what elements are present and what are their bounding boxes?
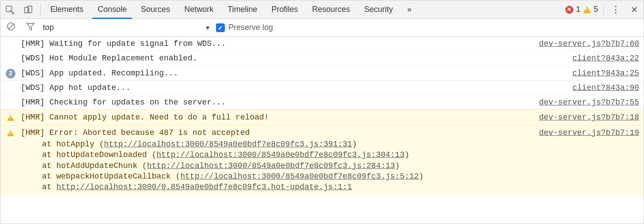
filter-icon[interactable]: [23, 22, 38, 34]
divider: [40, 4, 41, 15]
source-link[interactable]: dev-server.js?b7b7:55: [530, 97, 639, 108]
log-message: [HMR] Cannot apply update. Need to do a …: [21, 112, 530, 123]
tab-security[interactable]: Security: [357, 0, 400, 19]
log-message: [WDS] App updated. Recompiling...: [21, 68, 564, 78]
status-counters[interactable]: ✕ 1 5: [563, 5, 601, 14]
tab-sources[interactable]: Sources: [134, 0, 177, 19]
stack-frame-link[interactable]: http://localhost:3000/0.8549a0e0bdf7e8c0…: [56, 183, 352, 191]
console-row: [HMR] Error: Aborted because 487 is not …: [0, 125, 644, 195]
warning-icon: [583, 6, 591, 13]
stack-frame-link[interactable]: http://localhost:3000/8549a0e0bdf7e8c09f…: [147, 161, 395, 170]
overflow-icon: »: [407, 5, 412, 14]
source-link[interactable]: dev-server.js?b7b7:60: [530, 38, 639, 49]
console-row: 2[WDS] App updated. Recompiling...client…: [0, 66, 644, 81]
tab-network[interactable]: Network: [177, 0, 220, 19]
context-value: top: [43, 23, 54, 32]
row-gutter: 2: [0, 68, 21, 78]
devtools-window: Elements Console Sources Network Timelin…: [0, 0, 644, 224]
devtools-menu-icon[interactable]: ⋮: [606, 0, 625, 19]
console-row: [HMR] Cannot apply update. Need to do a …: [0, 110, 644, 125]
device-toolbar-icon[interactable]: [19, 0, 38, 19]
stack-frame-link[interactable]: http://localhost:3000/8549a0e0bdf7e8c09f…: [180, 172, 419, 181]
console-log[interactable]: [HMR] Waiting for update signal from WDS…: [0, 37, 644, 224]
row-gutter: [0, 127, 21, 136]
log-message: [HMR] Checking for updates on the server…: [21, 97, 530, 108]
tab-timeline[interactable]: Timeline: [220, 0, 264, 19]
tab-label: Timeline: [227, 5, 257, 14]
tab-profiles[interactable]: Profiles: [265, 0, 305, 19]
error-icon: ✕: [565, 6, 573, 14]
tab-label: Network: [184, 5, 213, 14]
stack-frame: at hotApply (http://localhost:3000/8549a…: [42, 139, 530, 149]
tab-label: Elements: [50, 5, 83, 14]
source-link[interactable]: dev-server.js?b7b7:19: [530, 127, 639, 138]
devtools-tabbar: Elements Console Sources Network Timelin…: [0, 0, 644, 19]
close-icon[interactable]: ✕: [625, 0, 644, 19]
row-gutter: [0, 97, 21, 98]
stack-frame-link[interactable]: http://localhost:3000/8549a0e0bdf7e8c09f…: [156, 150, 405, 159]
chevron-down-icon: ▼: [205, 24, 211, 31]
inspect-element-icon[interactable]: [0, 0, 19, 19]
divider: [603, 4, 604, 15]
preserve-log-toggle[interactable]: ✓ Preserve log: [216, 23, 273, 32]
stack-trace: at hotApply (http://localhost:3000/8549a…: [21, 139, 530, 192]
tab-console[interactable]: Console: [91, 0, 134, 19]
tab-label: Sources: [141, 5, 170, 14]
row-gutter: [0, 53, 21, 54]
panel-tabs: Elements Console Sources Network Timelin…: [43, 0, 419, 19]
row-gutter: [0, 112, 21, 121]
source-link[interactable]: client?843a:90: [564, 82, 639, 93]
log-message: [WDS] Hot Module Replacement enabled.: [21, 53, 564, 63]
tab-resources[interactable]: Resources: [305, 0, 357, 19]
checkbox-checked-icon: ✓: [216, 23, 225, 32]
console-toolbar: top ▼ ✓ Preserve log: [0, 19, 644, 37]
warning-icon: [7, 115, 14, 121]
stack-frame: at http://localhost:3000/0.8549a0e0bdf7e…: [42, 182, 530, 192]
log-message: [WDS] App hot update...: [21, 82, 564, 93]
source-link[interactable]: client?843a:22: [564, 53, 639, 63]
tab-label: Security: [364, 5, 393, 14]
tab-label: Console: [98, 5, 127, 14]
tabs-overflow[interactable]: »: [400, 0, 419, 19]
log-message: [HMR] Waiting for update signal from WDS…: [21, 38, 530, 49]
stack-frame: at webpackHotUpdateCallback (http://loca…: [42, 171, 530, 182]
stack-frame-link[interactable]: http://localhost:3000/8549a0e0bdf7e8c09f…: [104, 140, 352, 149]
preserve-log-label: Preserve log: [228, 23, 273, 32]
warning-icon: [7, 130, 14, 136]
console-row: [WDS] Hot Module Replacement enabled.cli…: [0, 51, 644, 66]
console-row: [HMR] Waiting for update signal from WDS…: [0, 37, 644, 51]
clear-console-icon[interactable]: [4, 22, 18, 34]
warning-count: 5: [594, 5, 598, 14]
console-row: [HMR] Checking for updates on the server…: [0, 95, 644, 110]
stack-frame: at hotUpdateDownloaded (http://localhost…: [42, 149, 530, 160]
row-gutter: [0, 82, 21, 83]
context-selector[interactable]: top ▼: [43, 23, 211, 32]
console-row: [WDS] App hot update...client?843a:90: [0, 81, 644, 95]
stack-frame: at hotAddUpdateChunk (http://localhost:3…: [42, 161, 530, 171]
error-count: 1: [576, 5, 580, 14]
row-gutter: [0, 38, 21, 39]
tab-label: Resources: [312, 5, 350, 14]
repeat-count-badge: 2: [6, 69, 15, 78]
tab-elements[interactable]: Elements: [43, 0, 91, 19]
source-link[interactable]: client?843a:25: [564, 68, 639, 78]
svg-line-4: [8, 24, 14, 30]
tab-label: Profiles: [272, 5, 298, 14]
log-message: [HMR] Error: Aborted because 487 is not …: [21, 127, 530, 193]
source-link[interactable]: dev-server.js?b7b7:18: [530, 112, 639, 123]
